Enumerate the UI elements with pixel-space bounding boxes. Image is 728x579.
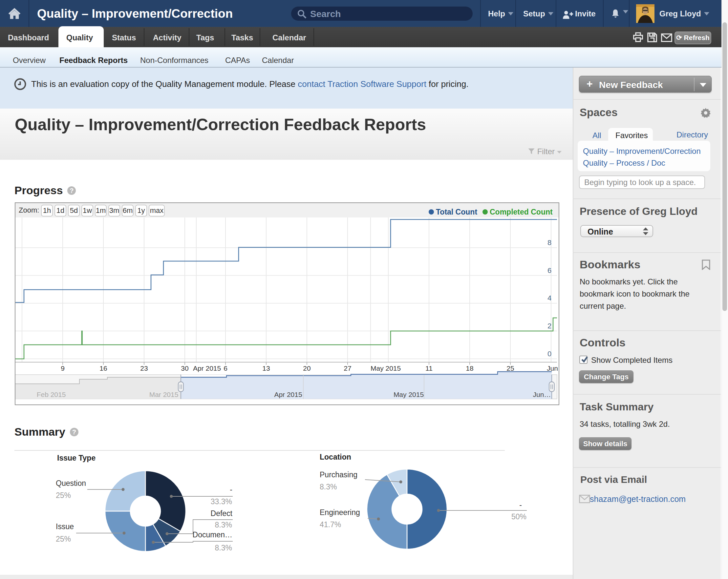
svg-text:23: 23 <box>140 364 148 372</box>
svg-text:Completed Count: Completed Count <box>490 208 553 216</box>
svg-text:6m: 6m <box>123 206 133 215</box>
svg-text:4: 4 <box>547 294 551 302</box>
svg-text:20: 20 <box>303 364 311 372</box>
svg-text:Feb 2015: Feb 2015 <box>37 391 66 398</box>
svg-text:Mar 2015: Mar 2015 <box>149 391 179 398</box>
svg-text:Documen…: Documen… <box>193 530 232 539</box>
svg-text:41.7%: 41.7% <box>320 520 341 529</box>
svg-text:Purchasing: Purchasing <box>320 470 358 479</box>
svg-text:max: max <box>150 206 164 215</box>
svg-text:6: 6 <box>224 364 228 372</box>
svg-text:2: 2 <box>547 322 551 330</box>
svg-text:1y: 1y <box>137 206 145 215</box>
svg-text:16: 16 <box>100 364 107 372</box>
svg-text:Jun…: Jun… <box>533 391 551 398</box>
svg-text:1h: 1h <box>43 206 51 215</box>
svg-text:Question: Question <box>56 479 86 488</box>
svg-text:33.3%: 33.3% <box>211 497 232 506</box>
svg-text:50%: 50% <box>511 513 526 521</box>
svg-text:Issue: Issue <box>56 522 74 531</box>
svg-text:11: 11 <box>425 364 433 372</box>
svg-text:Apr 2015: Apr 2015 <box>274 391 302 398</box>
svg-text:8.3%: 8.3% <box>215 521 232 529</box>
svg-text:5d: 5d <box>70 206 78 215</box>
svg-text:8.3%: 8.3% <box>320 482 337 491</box>
svg-text:25%: 25% <box>56 535 71 543</box>
svg-text:Jun: Jun <box>547 364 558 372</box>
svg-text:May 2015: May 2015 <box>393 391 424 398</box>
svg-text:13: 13 <box>262 364 270 372</box>
svg-text:May 2015: May 2015 <box>370 364 401 372</box>
svg-text:27: 27 <box>344 364 351 372</box>
svg-text:Defect: Defect <box>211 509 233 518</box>
svg-text:1w: 1w <box>83 206 92 215</box>
svg-text:-: - <box>519 501 522 509</box>
svg-text:25: 25 <box>506 364 514 372</box>
svg-text:0: 0 <box>547 350 551 358</box>
svg-text:1m: 1m <box>96 206 106 215</box>
svg-text:Total Count: Total Count <box>436 208 477 216</box>
svg-text:Engineering: Engineering <box>320 508 360 517</box>
svg-text:Zoom:: Zoom: <box>19 206 39 214</box>
svg-text:30: 30 <box>181 364 188 372</box>
svg-text:18: 18 <box>466 364 473 372</box>
svg-text:Apr 2015: Apr 2015 <box>193 364 221 372</box>
svg-text:25%: 25% <box>56 491 71 500</box>
svg-text:8.3%: 8.3% <box>215 544 232 552</box>
svg-text:9: 9 <box>61 364 64 372</box>
svg-text:-: - <box>230 485 232 494</box>
svg-text:6: 6 <box>547 266 551 275</box>
svg-text:8: 8 <box>547 239 551 247</box>
svg-text:1d: 1d <box>56 206 64 215</box>
svg-text:3m: 3m <box>109 206 120 215</box>
